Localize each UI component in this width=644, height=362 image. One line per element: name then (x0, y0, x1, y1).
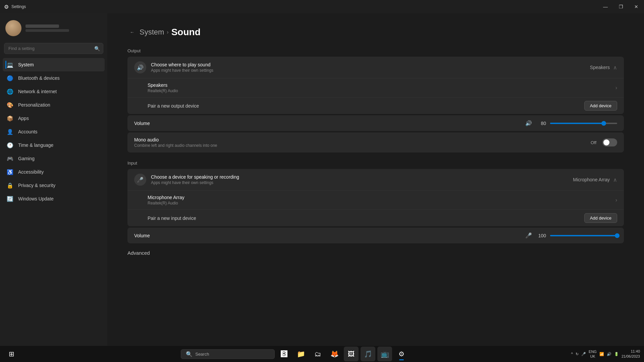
input-volume-slider[interactable] (550, 235, 617, 236)
battery-icon: 🔋 (614, 352, 619, 356)
update-icon: 🔄 (7, 195, 13, 202)
sidebar: 🔍 💻 System 🔵 Bluetooth & devices 🌐 Netwo… (0, 13, 107, 346)
sidebar-item-gaming[interactable]: 🎮 Gaming (3, 152, 105, 165)
minimize-button[interactable]: — (598, 0, 613, 13)
time-icon: 🕐 (7, 142, 13, 148)
mic-array-row[interactable]: Microphone Array Realtek(R) Audio › (127, 191, 624, 210)
taskbar-app6-button[interactable]: 🎵 (361, 347, 375, 361)
input-section-label: Input (127, 161, 624, 166)
volume-icon: 🔊 (525, 120, 532, 126)
user-name-placeholder (25, 24, 59, 28)
chevron-right-icon-mic: › (615, 197, 617, 203)
system-icon: 💻 (7, 61, 13, 68)
title-bar-left: ⚙ Settings (4, 4, 26, 10)
pair-input-label: Pair a new input device (148, 216, 584, 221)
search-box[interactable]: 🔍 (4, 43, 103, 54)
sidebar-item-system[interactable]: 💻 System (3, 58, 105, 71)
current-output-device: Speakers (590, 65, 610, 70)
pair-output-label: Pair a new output device (148, 103, 584, 109)
taskbar-search-label: Search (195, 352, 209, 357)
clock-date: 21/06/2023 (622, 354, 640, 359)
sidebar-item-bluetooth[interactable]: 🔵 Bluetooth & devices (3, 71, 105, 85)
sidebar-item-label: System (18, 62, 34, 67)
mono-audio-row[interactable]: Mono audio Combine left and right audio … (127, 132, 624, 153)
input-volume-value: 100 (536, 233, 546, 238)
title-bar: ⚙ Settings — ❐ ✕ (0, 0, 644, 13)
back-button[interactable]: ← (127, 27, 137, 37)
taskbar-files-button[interactable]: 📁 (293, 347, 308, 361)
choose-input-row[interactable]: 🎤 Choose a device for speaking or record… (127, 169, 624, 191)
taskbar-folder-button[interactable]: 🗂 (310, 347, 325, 361)
search-input[interactable] (4, 43, 103, 54)
sidebar-item-network[interactable]: 🌐 Network & internet (3, 85, 105, 98)
breadcrumb-arrow: › (167, 29, 168, 35)
content: ← System › Sound Output 🔊 Choose where t… (107, 13, 644, 346)
add-output-device-button[interactable]: Add device (584, 101, 617, 111)
input-volume-thumb[interactable] (615, 233, 620, 238)
taskbar-search[interactable]: 🔍 Search (181, 349, 275, 359)
mono-audio-title: Mono audio (134, 137, 591, 142)
add-input-device-button[interactable]: Add device (584, 213, 617, 223)
maximize-button[interactable]: ❐ (613, 0, 629, 13)
accessibility-icon: ♿ (7, 169, 13, 175)
sidebar-item-privacy[interactable]: 🔒 Privacy & security (3, 179, 105, 192)
sidebar-item-label: Gaming (18, 156, 35, 161)
start-button[interactable]: ⊞ (4, 347, 19, 361)
sidebar-item-accessibility[interactable]: ♿ Accessibility (3, 165, 105, 179)
taskbar-settings-button[interactable]: ⚙ (394, 347, 409, 361)
taskbar-app5-button[interactable]: 🖼 (344, 347, 359, 361)
output-volume-thumb[interactable] (601, 121, 606, 126)
sidebar-item-label: Network & internet (18, 89, 57, 94)
sidebar-item-time[interactable]: 🕐 Time & language (3, 138, 105, 152)
choose-output-title: Choose where to play sound (151, 62, 590, 67)
user-info (25, 24, 69, 32)
current-input-device: Microphone Array (573, 177, 610, 182)
window-title: Settings (11, 4, 26, 9)
mono-audio-card: Mono audio Combine left and right audio … (127, 132, 624, 153)
speakers-row[interactable]: Speakers Realtek(R) Audio › (127, 78, 624, 98)
mono-audio-toggle[interactable] (602, 138, 617, 146)
sidebar-item-label: Privacy & security (18, 183, 55, 188)
microphone-icon: 🎤 (134, 174, 146, 186)
speakers-content: Speakers Realtek(R) Audio (148, 82, 615, 93)
output-section-label: Output (127, 48, 624, 53)
sidebar-item-update[interactable]: 🔄 Windows Update (3, 192, 105, 205)
input-device-card: 🎤 Choose a device for speaking or record… (127, 169, 624, 226)
personalization-icon: 🎨 (7, 102, 13, 108)
breadcrumb-system[interactable]: System (140, 28, 164, 37)
avatar[interactable] (5, 20, 21, 36)
taskbar-firefox-button[interactable]: 🦊 (327, 347, 342, 361)
main-area: 🔍 💻 System 🔵 Bluetooth & devices 🌐 Netwo… (0, 13, 644, 346)
pair-output-row: Pair a new output device Add device (127, 98, 624, 114)
title-bar-controls: — ❐ ✕ (598, 0, 644, 13)
system-tray-chevron[interactable]: ^ (571, 352, 573, 356)
sidebar-item-personalization[interactable]: 🎨 Personalization (3, 98, 105, 112)
privacy-icon: 🔒 (7, 182, 13, 189)
sidebar-item-label: Windows Update (18, 196, 54, 201)
sidebar-item-apps[interactable]: 📦 Apps (3, 112, 105, 125)
choose-input-right: Microphone Array ∧ (573, 177, 617, 183)
network-icon: 🌐 (7, 88, 13, 95)
user-section (0, 16, 107, 42)
choose-output-row[interactable]: 🔊 Choose where to play sound Apps might … (127, 57, 624, 78)
clock[interactable]: 11:40 21/06/2023 (622, 349, 640, 359)
user-email-placeholder (25, 29, 69, 32)
choose-output-subtitle: Apps might have their own settings (151, 68, 590, 73)
sidebar-item-accounts[interactable]: 👤 Accounts (3, 125, 105, 138)
output-volume-row: Volume 🔊 80 (127, 115, 624, 131)
close-button[interactable]: ✕ (629, 0, 644, 13)
language-indicator[interactable]: ENG UK (589, 349, 597, 359)
choose-input-subtitle: Apps might have their own settings (151, 180, 573, 185)
taskbar-bing-button[interactable]: 🅱 (277, 347, 291, 361)
choose-output-right: Speakers ∧ (590, 64, 617, 71)
input-volume-fill (550, 235, 617, 236)
mic-array-subtitle: Realtek(R) Audio (148, 201, 615, 205)
output-volume-slider[interactable] (550, 123, 617, 124)
mic-array-title: Microphone Array (148, 195, 615, 200)
speakers-title: Speakers (148, 82, 615, 88)
sidebar-item-label: Accessibility (18, 169, 44, 175)
output-volume-label: Volume (134, 121, 161, 126)
mono-audio-content: Mono audio Combine left and right audio … (134, 137, 591, 148)
taskbar-app7-button[interactable]: 📺 (377, 347, 392, 361)
volume-tray-icon: 🔊 (607, 352, 611, 356)
